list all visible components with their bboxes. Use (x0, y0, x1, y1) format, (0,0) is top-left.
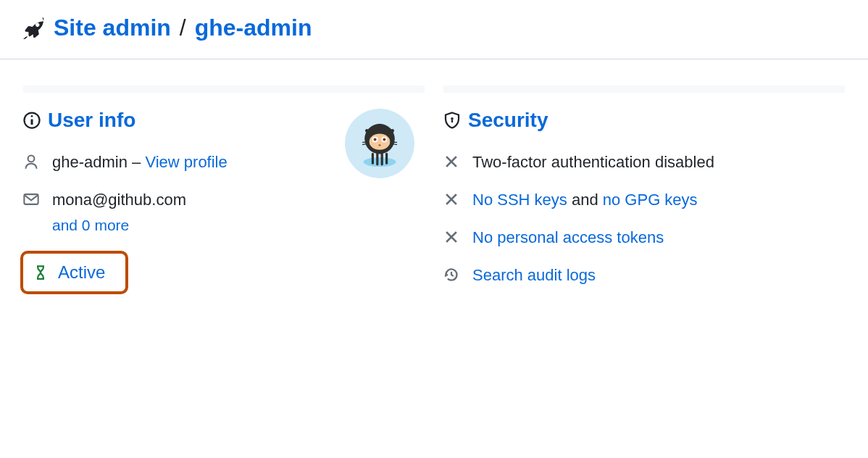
active-status-box: Active (20, 251, 128, 294)
active-link[interactable]: Active (58, 262, 105, 283)
svg-point-13 (378, 144, 380, 146)
user-info-link[interactable]: User info (48, 109, 135, 132)
mail-icon (23, 191, 39, 207)
security-header: Security (443, 109, 845, 132)
info-icon (23, 112, 41, 129)
email-text: mona@github.com (52, 191, 186, 209)
x-icon (443, 191, 459, 207)
breadcrumb-separator: / (180, 14, 186, 41)
audit-logs-row: Search audit logs (443, 264, 845, 287)
username-dash: – (128, 153, 145, 171)
more-emails-link[interactable]: and 0 more (52, 215, 345, 236)
rocket-icon (23, 17, 45, 39)
view-profile-link[interactable]: View profile (145, 153, 227, 171)
svg-point-6 (364, 157, 396, 167)
x-icon (443, 229, 459, 245)
hourglass-icon (33, 265, 48, 280)
username-row: ghe-admin – View profile (23, 151, 345, 174)
column-divider (23, 86, 425, 93)
content: User info ghe-admin – View profile (0, 59, 868, 328)
svg-point-20 (451, 117, 454, 120)
svg-point-8 (370, 133, 391, 149)
person-icon (23, 154, 39, 170)
tokens-row: No personal access tokens (443, 226, 845, 249)
shield-icon (443, 112, 461, 129)
column-divider (443, 86, 845, 93)
svg-point-15 (391, 129, 394, 133)
security-link[interactable]: Security (468, 109, 548, 132)
user-info-column: User info ghe-admin – View profile (23, 86, 425, 301)
history-icon (443, 267, 459, 283)
security-column: Security Two-factor authentication disab… (443, 86, 845, 301)
no-tokens-link[interactable]: No personal access tokens (472, 228, 664, 246)
keys-and-text: and (567, 191, 603, 209)
breadcrumb-site-admin[interactable]: Site admin (54, 14, 171, 41)
svg-point-11 (374, 138, 377, 141)
x-icon (443, 154, 459, 170)
email-row: mona@github.com and 0 more (23, 188, 345, 236)
breadcrumb: Site admin / ghe-admin (23, 14, 845, 41)
keys-row: No SSH keys and no GPG keys (443, 188, 845, 212)
svg-point-12 (383, 138, 385, 141)
page-header: Site admin / ghe-admin (0, 0, 868, 59)
no-gpg-keys-link[interactable]: no GPG keys (603, 191, 698, 209)
avatar (345, 109, 414, 178)
twofa-text: Two-factor authentication disabled (472, 153, 714, 171)
svg-point-3 (28, 155, 35, 162)
svg-point-14 (365, 129, 369, 133)
breadcrumb-user[interactable]: ghe-admin (195, 14, 312, 41)
avatar-image (351, 114, 409, 172)
twofa-row: Two-factor authentication disabled (443, 151, 845, 174)
username-text: ghe-admin (52, 153, 128, 171)
svg-point-2 (31, 115, 33, 117)
search-audit-logs-link[interactable]: Search audit logs (472, 266, 596, 284)
user-info-header: User info (23, 109, 345, 132)
no-ssh-keys-link[interactable]: No SSH keys (472, 191, 567, 209)
